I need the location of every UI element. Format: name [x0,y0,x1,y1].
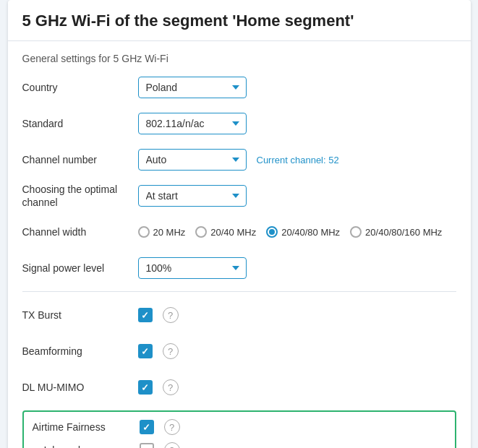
tx-burst-help-icon[interactable]: ? [163,307,179,323]
standard-label: Standard [22,117,138,130]
radio-204080mhz[interactable]: 20/40/80 MHz [266,226,340,238]
airtime-fairness-checkbox-item: ✓ ? [140,419,180,435]
beamforming-control: ✓ ? [138,343,456,359]
dl-mu-mimo-control: ✓ ? [138,379,456,395]
airtime-fairness-section: Airtime Fairness ✓ ? Inbound [22,410,456,448]
channel-width-radio-group: 20 MHz 20/40 MHz 20/40/80 MHz 20/40/80/1… [138,226,443,238]
dl-mu-mimo-check-mark: ✓ [141,383,149,392]
choosing-channel-row: Choosing the optimal channel At start Pe… [22,183,456,209]
channel-width-control: 20 MHz 20/40 MHz 20/40/80 MHz 20/40/80/1… [138,226,456,238]
tx-burst-row: TX Burst ✓ ? [22,302,456,328]
inbound-checkbox[interactable] [140,443,154,448]
choosing-channel-label: Choosing the optimal channel [22,183,138,209]
country-select-wrapper: Poland Germany USA [138,77,247,98]
dl-mu-mimo-label: DL MU-MIMO [22,381,138,394]
signal-power-label: Signal power level [22,262,138,275]
radio-label-20mhz: 20 MHz [153,227,186,238]
radio-circle-2040mhz [195,226,207,238]
standard-row: Standard 802.11a/n/ac 802.11a 802.11n [22,111,456,137]
choosing-channel-select-wrapper: At start Periodically Disabled [138,185,247,207]
radio-circle-204080mhz [266,226,278,238]
channel-number-control: Auto 36 40 44 48 52 Current channel: 52 [138,149,456,171]
airtime-fairness-row: Airtime Fairness ✓ ? [33,419,446,435]
card-body: General settings for 5 GHz Wi-Fi Country… [8,41,471,448]
radio-label-2040mhz: 20/40 MHz [210,227,256,238]
signal-power-select[interactable]: 100% 75% 50% 25% [138,257,247,279]
channel-number-row: Channel number Auto 36 40 44 48 52 Curre… [22,147,456,173]
dl-mu-mimo-checkbox-item: ✓ ? [138,379,179,395]
choosing-channel-control: At start Periodically Disabled [138,185,456,207]
country-select[interactable]: Poland Germany USA [138,77,247,98]
radio-20408160mhz[interactable]: 20/40/80/160 MHz [350,226,442,238]
tx-burst-check-mark: ✓ [141,311,149,320]
airtime-fairness-label: Airtime Fairness [33,421,140,433]
tx-burst-checkbox[interactable]: ✓ [138,308,153,322]
divider-1 [22,291,456,292]
tx-burst-control: ✓ ? [138,307,456,323]
standard-select-wrapper: 802.11a/n/ac 802.11a 802.11n [138,113,247,134]
channel-number-label: Channel number [22,153,138,166]
dl-mu-mimo-help-icon[interactable]: ? [163,379,179,395]
beamforming-checkbox[interactable]: ✓ [138,344,153,358]
dl-mu-mimo-checkbox[interactable]: ✓ [138,380,153,395]
inbound-row: Inbound ? [33,442,446,448]
standard-select[interactable]: 802.11a/n/ac 802.11a 802.11n [138,113,247,134]
current-channel-text: Current channel: 52 [257,155,339,165]
beamforming-check-mark: ✓ [141,347,149,356]
channel-number-select[interactable]: Auto 36 40 44 48 52 [138,149,247,171]
signal-power-control: 100% 75% 50% 25% [138,257,456,279]
tx-burst-checkbox-item: ✓ ? [138,307,179,323]
radio-circle-20mhz [138,226,150,238]
country-control: Poland Germany USA [138,77,456,98]
section-title: General settings for 5 GHz Wi-Fi [22,53,456,64]
radio-label-204080mhz: 20/40/80 MHz [281,227,340,238]
beamforming-row: Beamforming ✓ ? [22,338,456,364]
airtime-fairness-checkbox[interactable]: ✓ [140,420,154,434]
radio-circle-20408160mhz [350,226,362,238]
country-row: Country Poland Germany USA [22,74,456,100]
inbound-help-icon[interactable]: ? [164,442,180,448]
signal-power-row: Signal power level 100% 75% 50% 25% [22,255,456,281]
inbound-label: Inbound [33,444,140,448]
inbound-control: ? [140,442,446,448]
radio-2040mhz[interactable]: 20/40 MHz [195,226,256,238]
signal-power-select-wrapper: 100% 75% 50% 25% [138,257,247,279]
airtime-fairness-check-mark: ✓ [142,423,150,432]
channel-width-label: Channel width [22,225,138,238]
beamforming-label: Beamforming [22,345,138,358]
choosing-channel-select[interactable]: At start Periodically Disabled [138,185,247,207]
country-label: Country [22,81,138,94]
channel-width-row: Channel width 20 MHz 20/40 MHz 20/40/80 … [22,219,456,245]
radio-20mhz[interactable]: 20 MHz [138,226,186,238]
tx-burst-label: TX Burst [22,309,138,322]
beamforming-checkbox-item: ✓ ? [138,343,179,359]
settings-card: 5 GHz Wi-Fi of the segment 'Home segment… [8,0,471,448]
radio-label-20408160mhz: 20/40/80/160 MHz [365,227,442,238]
page-title: 5 GHz Wi-Fi of the segment 'Home segment… [8,0,471,41]
standard-control: 802.11a/n/ac 802.11a 802.11n [138,113,456,134]
airtime-fairness-help-icon[interactable]: ? [164,419,180,435]
beamforming-help-icon[interactable]: ? [163,343,179,359]
dl-mu-mimo-row: DL MU-MIMO ✓ ? [22,374,456,400]
channel-number-select-wrapper: Auto 36 40 44 48 52 [138,149,247,171]
inbound-checkbox-item: ? [140,442,180,448]
airtime-fairness-control: ✓ ? [140,419,446,435]
